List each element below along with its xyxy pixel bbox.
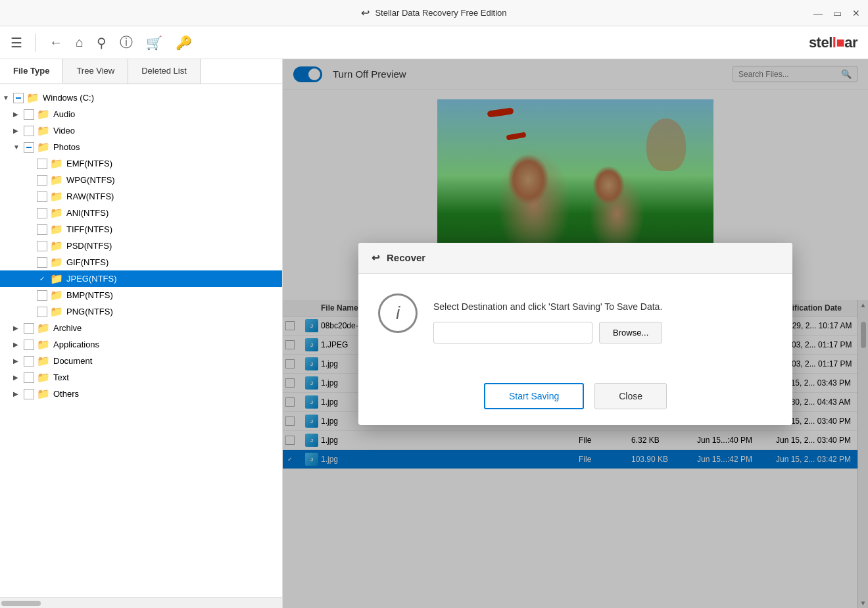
modal-close-button[interactable]: Close: [594, 383, 667, 409]
tree-label-others: Others: [53, 389, 79, 399]
scrollbar-h-thumb[interactable]: [1, 601, 41, 606]
expand-arrow: ▶: [13, 127, 24, 134]
folder-icon: 📁: [50, 289, 63, 301]
maximize-button[interactable]: ▭: [833, 8, 842, 18]
expand-arrow: ▼: [3, 94, 13, 101]
expand-arrow: ▶: [13, 341, 24, 348]
key-icon[interactable]: 🔑: [176, 35, 192, 51]
back-icon[interactable]: ←: [49, 35, 62, 50]
tree-item-video[interactable]: ▶ 📁 Video: [0, 122, 282, 139]
tree-item-raw[interactable]: 📁 RAW(NTFS): [0, 188, 282, 205]
tree-item-document[interactable]: ▶ 📁 Document: [0, 353, 282, 369]
tree-item-psd[interactable]: 📁 PSD(NTFS): [0, 238, 282, 254]
tree-item-jpeg[interactable]: ✓ 📁 JPEG(NTFS): [0, 270, 282, 287]
folder-icon: 📁: [50, 240, 63, 252]
tree-label-png: PNG(NTFS): [66, 307, 113, 317]
tree-item-archive[interactable]: ▶ 📁 Archive: [0, 320, 282, 336]
expand-arrow: ▶: [13, 111, 24, 118]
tree-label-raw: RAW(NTFS): [66, 191, 114, 201]
tree-container: ▼ 📁 Windows (C:) ▶ 📁 Audio ▶ 📁 Video: [0, 84, 282, 597]
expand-arrow: ▼: [13, 143, 24, 151]
destination-input[interactable]: [433, 322, 592, 343]
home-icon[interactable]: ⌂: [76, 35, 84, 50]
tree-item-others[interactable]: ▶ 📁 Others: [0, 386, 282, 402]
checkbox-video[interactable]: [24, 126, 34, 136]
modal-title: ↩ Recover: [358, 243, 792, 274]
tree-item-png[interactable]: 📁 PNG(NTFS): [0, 303, 282, 320]
folder-icon: 📁: [37, 388, 50, 400]
menu-icon[interactable]: ☰: [11, 35, 22, 51]
right-panel: Turn Off Preview 🔍: [283, 59, 868, 608]
tree-item-audio[interactable]: ▶ 📁 Audio: [0, 106, 282, 122]
logo-accent: l■: [832, 34, 844, 51]
checkbox-wpg[interactable]: [37, 175, 47, 186]
help-icon[interactable]: ⓘ: [120, 34, 133, 51]
checkbox-applications[interactable]: [24, 340, 34, 350]
recover-icon: ↩: [372, 252, 380, 264]
checkbox-archive[interactable]: [24, 323, 34, 334]
folder-icon: 📁: [50, 256, 63, 268]
folder-icon: 📁: [37, 371, 50, 384]
folder-icon: 📁: [37, 338, 50, 351]
tree-item-emf[interactable]: 📁 EMF(NTFS): [0, 155, 282, 172]
folder-icon: 📁: [37, 355, 50, 367]
toolbar: ☰ ← ⌂ ⚲ ⓘ 🛒 🔑 stell■ar: [0, 26, 868, 59]
tree-item-gif[interactable]: 📁 GIF(NTFS): [0, 254, 282, 270]
tree-item-tiff[interactable]: 📁 TIFF(NTFS): [0, 221, 282, 238]
checkbox-psd[interactable]: [37, 241, 47, 251]
tab-tree-view[interactable]: Tree View: [63, 59, 128, 84]
tree-item-text[interactable]: ▶ 📁 Text: [0, 369, 282, 386]
minimize-button[interactable]: —: [813, 8, 823, 18]
checkbox-bmp[interactable]: [37, 290, 47, 301]
checkbox-png[interactable]: [37, 307, 47, 317]
info-circle: i: [378, 293, 418, 333]
modal-message-text: Select Destination and click 'Start Savi…: [433, 301, 662, 312]
tree-label-archive: Archive: [53, 323, 82, 333]
checkbox-photos[interactable]: [24, 142, 34, 153]
checkbox-jpeg[interactable]: ✓: [37, 274, 47, 284]
checkbox-document[interactable]: [24, 356, 34, 367]
folder-icon: 📁: [37, 322, 50, 334]
scan-icon[interactable]: ⚲: [97, 35, 107, 51]
checkbox-raw[interactable]: [37, 191, 47, 202]
checkbox-windows-c[interactable]: [13, 93, 24, 103]
checkbox-text[interactable]: [24, 372, 34, 383]
stellar-logo: stell■ar: [809, 34, 857, 51]
tree-item-applications[interactable]: ▶ 📁 Applications: [0, 336, 282, 353]
tree-label-tiff: TIFF(NTFS): [66, 224, 112, 234]
main-layout: File Type Tree View Deleted List ▼ 📁 Win…: [0, 59, 868, 608]
folder-icon: 📁: [37, 108, 50, 120]
tab-deleted-list[interactable]: Deleted List: [128, 59, 201, 84]
start-saving-button[interactable]: Start Saving: [484, 383, 584, 409]
tree-label-gif: GIF(NTFS): [66, 257, 108, 267]
title-bar: ↩ Stellar Data Recovery Free Edition — ▭…: [0, 0, 868, 26]
title-bar-controls: — ▭ ✕: [813, 8, 860, 18]
tree-item-windows-c[interactable]: ▼ 📁 Windows (C:): [0, 89, 282, 106]
tree-label-photos: Photos: [53, 142, 80, 152]
left-panel: File Type Tree View Deleted List ▼ 📁 Win…: [0, 59, 283, 608]
folder-icon: 📁: [50, 272, 63, 285]
checkbox-audio[interactable]: [24, 109, 34, 120]
cart-icon[interactable]: 🛒: [146, 35, 162, 51]
folder-icon: 📁: [37, 124, 50, 137]
tab-file-type[interactable]: File Type: [0, 59, 63, 84]
checkbox-ani[interactable]: [37, 208, 47, 218]
tree-item-bmp[interactable]: 📁 BMP(NTFS): [0, 287, 282, 303]
tree-item-ani[interactable]: 📁 ANI(NTFS): [0, 205, 282, 221]
toolbar-separator: [36, 34, 36, 52]
tree-label-windows-c: Windows (C:): [43, 93, 94, 103]
checkbox-others[interactable]: [24, 389, 34, 399]
checkbox-emf[interactable]: [37, 159, 47, 169]
browse-button[interactable]: Browse...: [599, 322, 662, 343]
modal-message: Select Destination and click 'Start Savi…: [433, 293, 662, 343]
tree-label-document: Document: [53, 356, 92, 366]
checkbox-gif[interactable]: [37, 257, 47, 268]
app-icon: ↩: [361, 7, 370, 19]
tree-label-psd: PSD(NTFS): [66, 241, 112, 251]
close-button[interactable]: ✕: [852, 8, 860, 18]
horizontal-scrollbar[interactable]: [0, 597, 282, 608]
tree-item-photos[interactable]: ▼ 📁 Photos: [0, 139, 282, 155]
tree-item-wpg[interactable]: 📁 WPG(NTFS): [0, 172, 282, 188]
checkbox-tiff[interactable]: [37, 224, 47, 235]
folder-icon: 📁: [50, 207, 63, 219]
